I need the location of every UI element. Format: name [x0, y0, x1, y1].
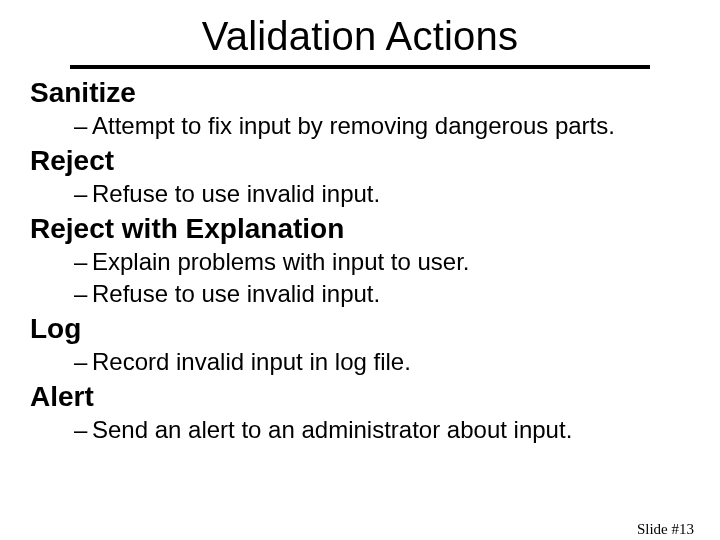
bullet-list: –Explain problems with input to user. –R… [30, 246, 692, 308]
bullet-item: –Refuse to use invalid input. [74, 178, 692, 209]
bullet-text: Explain problems with input to user. [92, 248, 470, 275]
bullet-item: –Refuse to use invalid input. [74, 278, 692, 309]
dash-icon: – [74, 278, 92, 309]
dash-icon: – [74, 178, 92, 209]
bullet-list: –Record invalid input in log file. [30, 346, 692, 377]
bullet-text: Refuse to use invalid input. [92, 180, 380, 207]
slide-title: Validation Actions [0, 14, 720, 59]
bullet-item: –Attempt to fix input by removing danger… [74, 110, 692, 141]
bullet-text: Record invalid input in log file. [92, 348, 411, 375]
slide: Validation Actions Sanitize –Attempt to … [0, 14, 720, 540]
content-area: Sanitize –Attempt to fix input by removi… [0, 75, 720, 445]
section-alert: Alert –Send an alert to an administrator… [30, 379, 692, 445]
section-heading: Log [30, 311, 692, 346]
bullet-text: Refuse to use invalid input. [92, 280, 380, 307]
slide-number: Slide #13 [637, 521, 694, 538]
dash-icon: – [74, 246, 92, 277]
section-heading: Reject [30, 143, 692, 178]
bullet-list: –Send an alert to an administrator about… [30, 414, 692, 445]
bullet-text: Attempt to fix input by removing dangero… [92, 112, 615, 139]
section-heading: Sanitize [30, 75, 692, 110]
dash-icon: – [74, 110, 92, 141]
dash-icon: – [74, 414, 92, 445]
bullet-list: –Refuse to use invalid input. [30, 178, 692, 209]
section-heading: Alert [30, 379, 692, 414]
bullet-item: –Record invalid input in log file. [74, 346, 692, 377]
section-reject: Reject –Refuse to use invalid input. [30, 143, 692, 209]
dash-icon: – [74, 346, 92, 377]
bullet-list: –Attempt to fix input by removing danger… [30, 110, 692, 141]
section-log: Log –Record invalid input in log file. [30, 311, 692, 377]
bullet-item: –Explain problems with input to user. [74, 246, 692, 277]
section-reject-explanation: Reject with Explanation –Explain problem… [30, 211, 692, 308]
bullet-text: Send an alert to an administrator about … [92, 416, 572, 443]
bullet-item: –Send an alert to an administrator about… [74, 414, 692, 445]
section-sanitize: Sanitize –Attempt to fix input by removi… [30, 75, 692, 141]
section-heading: Reject with Explanation [30, 211, 692, 246]
title-underline [70, 65, 650, 69]
